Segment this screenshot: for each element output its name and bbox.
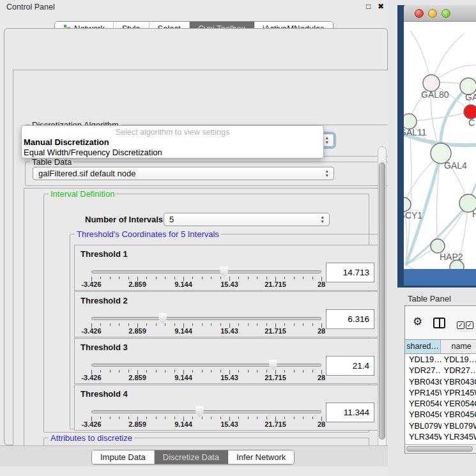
number-of-intervals-value: 5 — [169, 215, 174, 224]
network-edge[interactable] — [409, 112, 471, 121]
algorithm-option-manual[interactable]: Manual Discretization — [24, 137, 109, 147]
minor-tick — [192, 417, 193, 419]
app-root: Control Panel □ ✖ NetworkStyleSelectCyni… — [0, 0, 476, 476]
minor-tick — [156, 277, 157, 279]
network-node[interactable] — [431, 239, 445, 253]
tick-label: 2.859 — [128, 280, 146, 288]
network-node-label: GA — [465, 92, 476, 102]
minor-tick — [192, 323, 193, 326]
settings-scrollbar[interactable] — [378, 146, 387, 454]
network-view-window[interactable]: GAL80GACGAL11GAL4GCY1HHAP2 — [397, 5, 476, 288]
table-row[interactable]: YDR27…YDR27… — [405, 365, 476, 376]
table-rows: YDL19…YDL19…YDR27…YDR27…YBR043CYBR043CYP… — [405, 354, 476, 444]
network-node-label: H — [472, 209, 476, 219]
tick-label: 21.715 — [265, 280, 286, 288]
network-node[interactable] — [404, 197, 411, 211]
minor-tick — [146, 277, 147, 279]
threshold-value-field[interactable]: 21.4 — [326, 356, 374, 376]
tick-label: -3.426 — [81, 374, 101, 381]
tick-label: 21.715 — [265, 420, 286, 428]
threshold-value-field[interactable]: 6.316 — [326, 309, 374, 329]
checkbox-checked-icon[interactable]: ✓ — [457, 321, 464, 329]
network-node-label: C — [468, 118, 475, 128]
float-window-icon[interactable]: □ — [366, 2, 371, 11]
control-panel-title: Control Panel — [6, 3, 55, 12]
minor-tick — [192, 277, 193, 279]
number-of-intervals-combobox[interactable]: 5 ▲▼ — [164, 213, 330, 226]
minor-tick — [312, 370, 313, 372]
network-window-frame — [397, 5, 404, 286]
tab-impute-data[interactable]: Impute Data — [92, 450, 155, 464]
network-canvas[interactable]: GAL80GACGAL11GAL4GCY1HHAP2 — [404, 22, 476, 269]
table-horizontal-scrollbar[interactable] — [405, 444, 476, 453]
minor-tick — [257, 417, 257, 419]
tab-infer-network[interactable]: Infer Network — [228, 450, 294, 464]
network-node-label: GAL4 — [444, 160, 467, 171]
minor-tick — [294, 417, 295, 419]
minor-tick — [202, 370, 203, 372]
minor-tick — [257, 323, 257, 326]
minor-tick — [128, 417, 129, 419]
table-data-value: galFiltered.sif default node — [38, 169, 135, 178]
minor-tick — [284, 417, 285, 419]
slider-track[interactable] — [91, 270, 321, 273]
tick-label: 28 — [318, 280, 325, 288]
minor-tick — [119, 323, 119, 326]
table-row[interactable]: YLR345WYLR345W — [405, 431, 476, 442]
bottom-strip — [0, 466, 391, 476]
slider-tick-labels: -3.4262.8599.14415.4321.71528 — [91, 374, 321, 382]
table-row[interactable]: YBL079WYBL079W — [405, 420, 476, 431]
combo-stepper-icon: ▲▼ — [325, 169, 329, 178]
column-header-shared-name[interactable]: shared… — [405, 340, 441, 353]
slider-tick-labels: -3.4262.8599.14415.4321.71528 — [91, 280, 321, 289]
column-header-name[interactable]: name — [441, 340, 476, 353]
minor-tick — [257, 370, 257, 372]
cyni-settings-pane: Discretization Algorithm ▲▼ Table Data g… — [13, 70, 388, 455]
minor-tick — [303, 370, 303, 372]
tick-label: 9.144 — [174, 280, 192, 288]
network-edge[interactable] — [406, 265, 457, 269]
cyni-mode-tabs: Impute DataDiscretize DataInfer Network — [91, 450, 295, 464]
minor-tick — [165, 417, 165, 419]
minimize-light-icon[interactable] — [428, 9, 437, 18]
table-hscrollbar-thumb[interactable] — [406, 446, 473, 452]
minor-tick — [110, 370, 111, 372]
checkbox-checked-icon[interactable]: ✓ — [466, 321, 473, 329]
settings-scrollbar-thumb[interactable] — [379, 162, 385, 440]
minor-tick — [202, 277, 203, 279]
network-edge[interactable] — [431, 33, 464, 83]
slider-track[interactable] — [91, 364, 321, 367]
threshold-value-field[interactable]: 14.713 — [326, 263, 374, 282]
minor-tick — [174, 370, 175, 372]
slider-track[interactable] — [91, 410, 321, 413]
minor-tick — [174, 323, 175, 326]
algorithm-option-equal-width[interactable]: Equal Width/Frequency Discretization — [24, 148, 162, 157]
split-columns-icon[interactable] — [433, 318, 445, 328]
network-node[interactable] — [464, 105, 476, 119]
combo-stepper-icon: ▲▼ — [325, 135, 329, 144]
tab-discretize-data[interactable]: Discretize Data — [155, 450, 228, 464]
table-panel: ⚙ ✓ ✓ shared… name YDL19…YDL19…YDR27…YDR… — [404, 305, 476, 454]
minor-tick — [192, 370, 193, 372]
minor-tick — [174, 277, 175, 279]
minor-tick — [211, 323, 211, 326]
network-window-titlebar[interactable] — [404, 5, 476, 22]
table-data-combobox[interactable]: galFiltered.sif default node ▲▼ — [33, 167, 334, 180]
minor-tick — [284, 370, 285, 372]
table-row[interactable]: YER054CYER054C — [405, 398, 476, 409]
threshold-value-field[interactable]: 11.344 — [326, 403, 374, 422]
gear-icon[interactable]: ⚙ — [413, 315, 422, 328]
cell-name: YER054C — [441, 398, 476, 409]
tick-label: 15.43 — [220, 327, 238, 335]
table-row[interactable]: YDL19…YDL19… — [405, 354, 476, 365]
close-light-icon[interactable] — [415, 9, 424, 18]
slider-track[interactable] — [91, 317, 321, 320]
table-row[interactable]: YBR045CYBR045C — [405, 409, 476, 420]
table-row[interactable]: YPR145WYPR145W — [405, 387, 476, 398]
table-panel-title: Table Panel — [408, 294, 451, 303]
minor-tick — [312, 277, 313, 279]
close-window-icon[interactable]: ✖ — [378, 2, 384, 11]
zoom-light-icon[interactable] — [441, 9, 450, 18]
minor-tick — [100, 417, 101, 419]
table-row[interactable]: YBR043CYBR043C — [405, 376, 476, 387]
